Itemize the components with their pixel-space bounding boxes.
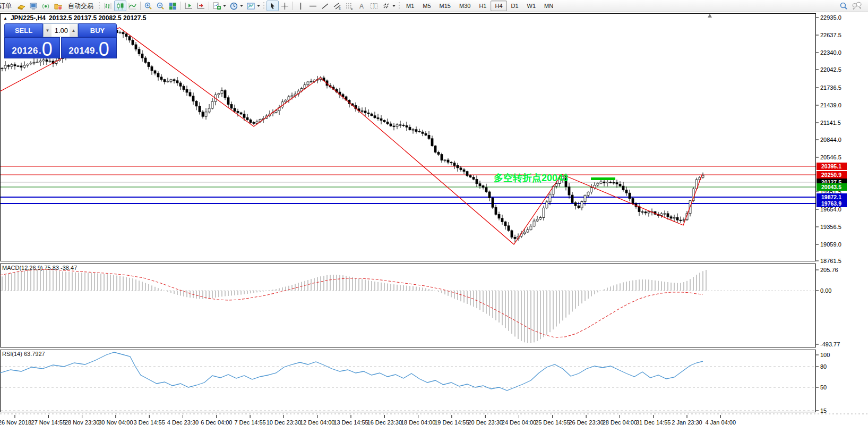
pane-border (1, 350, 816, 412)
chart-shift-icon[interactable] (195, 1, 207, 11)
candle-body (613, 183, 615, 183)
candle-body (648, 212, 650, 213)
candle-body (523, 232, 526, 234)
price-tick-label: 22637.5 (820, 32, 841, 38)
rsi-label: RSI(14) 63.7927 (2, 351, 45, 357)
toolbar-separator (181, 2, 181, 10)
macd-tick-label: 205.76 (820, 267, 838, 273)
search-icon[interactable] (838, 1, 850, 11)
candle-body (543, 208, 545, 217)
trendline-button[interactable] (319, 1, 331, 11)
price-tick-label: 22042.5 (820, 66, 841, 73)
toolbar-grip (263, 2, 265, 10)
market-watch-icon[interactable] (28, 1, 40, 11)
macd-label: MACD(12,26,9) 75.83 -38.47 (2, 265, 77, 271)
time-axis-label: 28 Dec 04:00 (603, 419, 637, 426)
candle-body (221, 91, 223, 94)
label-button[interactable]: T (368, 1, 380, 11)
candle-body (450, 162, 452, 163)
timeframe-d1[interactable]: D1 (507, 1, 523, 11)
timeframe-m1[interactable]: M1 (402, 1, 418, 11)
candle-body (310, 82, 312, 82)
templates-button[interactable] (245, 1, 262, 11)
candlestick-chart-icon[interactable] (114, 1, 126, 11)
candle-body (476, 180, 478, 184)
timeframe-h1[interactable]: H1 (475, 1, 491, 11)
volume-increase-button[interactable]: ▲ (70, 24, 78, 37)
green-trend-segment[interactable] (591, 177, 615, 180)
tile-windows-icon[interactable] (167, 1, 179, 11)
timeframe-mn[interactable]: MN (540, 1, 557, 11)
zoom-in-icon[interactable] (142, 1, 154, 11)
buy-button[interactable]: BUY (78, 23, 117, 37)
timeframe-w1[interactable]: W1 (523, 1, 540, 11)
candle-body (444, 160, 446, 160)
candle-body (17, 66, 19, 66)
indicators-button[interactable] (211, 1, 228, 11)
time-axis-label: 24 Dec 04:00 (502, 419, 536, 426)
candle-body (39, 61, 41, 62)
candle-body (508, 226, 510, 231)
sell-price[interactable]: 20126.0 (4, 37, 60, 58)
svg-text:F: F (351, 7, 353, 11)
arrows-button[interactable] (380, 1, 397, 11)
timeframe-m30[interactable]: M30 (455, 1, 475, 11)
candle-body (23, 65, 25, 67)
bar-chart-icon[interactable] (102, 1, 114, 11)
signal-icon[interactable] (40, 1, 52, 11)
vertical-line-button[interactable] (295, 1, 307, 11)
candle-body (578, 206, 580, 208)
line-chart-icon[interactable] (126, 1, 139, 11)
candle-body (463, 169, 465, 171)
zoom-out-icon[interactable] (154, 1, 167, 11)
buy-price[interactable]: 20149.0 (61, 37, 117, 58)
candle-body (218, 94, 220, 95)
chart-canvas[interactable]: 22935.022637.522340.022042.521736.521439… (0, 0, 868, 433)
price-line-label: 20250.9 (821, 172, 841, 178)
autotrade-button[interactable]: 自动交易 (64, 1, 97, 11)
time-axis-label: 4 Jan 04:00 (706, 419, 736, 426)
new-order-button[interactable]: 订单 (0, 1, 15, 11)
candle-body (125, 34, 127, 37)
candle-body (457, 165, 459, 167)
candle-body (418, 131, 420, 132)
volume-value[interactable]: 1.00 (51, 24, 70, 37)
cursor-button[interactable] (267, 1, 279, 11)
candle-body (574, 202, 577, 206)
timeframe-m15[interactable]: M15 (435, 1, 455, 11)
time-axis-label: 7 Dec 14:55 (234, 419, 265, 426)
timeframe-m5[interactable]: M5 (418, 1, 435, 11)
time-axis-label: 26 Dec 23:30 (569, 419, 603, 426)
candle-body (460, 168, 462, 169)
chevron-down-icon (223, 5, 226, 7)
candle-body (128, 37, 131, 40)
market-icon[interactable] (52, 1, 64, 11)
price-tick-label: 19059.0 (820, 241, 841, 248)
candle-body (230, 105, 233, 108)
sell-button[interactable]: SELL (4, 23, 43, 37)
candle-body (183, 86, 185, 89)
chevron-down-icon (392, 5, 396, 7)
crosshair-button[interactable] (279, 1, 291, 11)
periods-button[interactable] (228, 1, 245, 11)
horizontal-line-button[interactable] (307, 1, 319, 11)
gold-bar-icon[interactable] (15, 1, 28, 11)
candle-body (192, 96, 194, 101)
auto-scroll-icon[interactable] (183, 1, 195, 11)
expand-triangle-icon[interactable]: ▲ (3, 16, 7, 21)
candle-body (488, 192, 491, 198)
candle-body (170, 80, 172, 81)
candle-body (224, 91, 226, 98)
volume-decrease-button[interactable]: ▼ (44, 24, 51, 37)
chart-annotation-text[interactable]: 多空转折点20043 (494, 172, 568, 184)
candle-body (132, 40, 134, 45)
channel-button[interactable]: E (331, 1, 343, 11)
candle-body (409, 127, 411, 130)
fibonacci-button[interactable]: F (343, 1, 356, 11)
chat-icon[interactable] (850, 1, 864, 11)
price-line-label: 19763.9 (821, 200, 841, 207)
buy-price-base: 20149 (68, 46, 95, 56)
text-button[interactable]: A (356, 1, 368, 11)
time-axis-label: 10 Dec 23:30 (267, 419, 301, 426)
timeframe-h4[interactable]: H4 (491, 1, 506, 11)
